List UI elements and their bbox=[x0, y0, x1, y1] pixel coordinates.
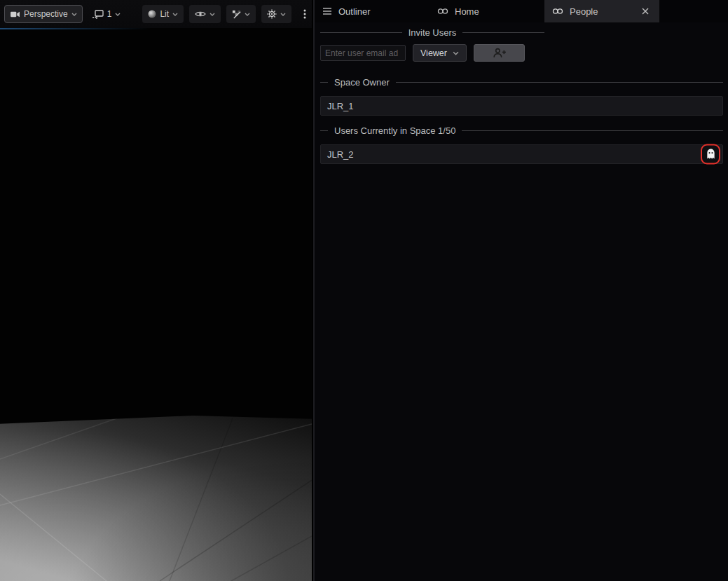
perspective-dropdown[interactable]: Perspective bbox=[4, 5, 83, 23]
view-options-dropdown[interactable] bbox=[226, 5, 256, 23]
invite-users-section: Invite Users Viewer bbox=[320, 27, 544, 62]
3d-viewport[interactable]: Perspective 1 Lit bbox=[0, 0, 312, 581]
invite-email-input[interactable] bbox=[320, 45, 406, 61]
tab-outliner[interactable]: Outliner bbox=[315, 0, 430, 22]
chevron-down-icon bbox=[115, 13, 121, 16]
ghost-mode-button[interactable] bbox=[701, 144, 720, 165]
users-in-space-title: Users Currently in Space 1/50 bbox=[334, 125, 455, 136]
camera-icon bbox=[10, 11, 20, 18]
chevron-down-icon bbox=[245, 13, 250, 16]
user-name: JLR_2 bbox=[327, 149, 354, 160]
link-icon bbox=[552, 8, 563, 15]
role-select-dropdown[interactable]: Viewer bbox=[413, 44, 467, 62]
more-options-button[interactable] bbox=[300, 5, 310, 23]
chevron-down-icon bbox=[172, 13, 178, 16]
chevron-down-icon bbox=[280, 13, 286, 16]
add-user-button[interactable] bbox=[474, 44, 525, 62]
side-panel: Outliner Home People Invite U bbox=[313, 0, 728, 581]
user-row[interactable]: JLR_2 bbox=[320, 144, 723, 164]
ghost-icon bbox=[706, 149, 716, 160]
floor-tile-seams bbox=[0, 416, 312, 581]
invite-users-header: Invite Users bbox=[320, 27, 544, 38]
perspective-label: Perspective bbox=[24, 9, 68, 19]
close-icon bbox=[642, 8, 649, 15]
people-panel-content: Invite Users Viewer bbox=[315, 22, 728, 164]
tab-label: Outliner bbox=[338, 6, 371, 17]
close-tab-button[interactable] bbox=[639, 5, 652, 18]
link-icon bbox=[437, 8, 448, 15]
tab-people[interactable]: People bbox=[544, 0, 659, 22]
settings-dropdown[interactable] bbox=[261, 5, 291, 23]
lit-mode-dropdown[interactable]: Lit bbox=[142, 5, 184, 23]
panel-tabbar: Outliner Home People bbox=[315, 0, 728, 22]
owner-row[interactable]: JLR_1 bbox=[320, 96, 723, 116]
eye-icon bbox=[195, 11, 206, 18]
owner-name: JLR_1 bbox=[327, 101, 354, 111]
viewport-layout-dropdown[interactable]: 1 bbox=[88, 5, 125, 23]
viewport-toolbar: Perspective 1 Lit bbox=[0, 0, 312, 28]
list-icon bbox=[322, 7, 332, 15]
show-visibility-dropdown[interactable] bbox=[189, 5, 221, 23]
tab-home[interactable]: Home bbox=[430, 0, 544, 22]
person-add-icon bbox=[492, 48, 507, 58]
chevron-down-icon bbox=[453, 51, 459, 55]
lit-sphere-icon bbox=[148, 10, 156, 18]
lit-label: Lit bbox=[160, 9, 169, 19]
tab-label: People bbox=[570, 6, 598, 17]
viewport-count-label: 1 bbox=[107, 9, 112, 19]
users-in-space-header: Users Currently in Space 1/50 bbox=[320, 125, 723, 136]
ellipsis-vertical-icon bbox=[303, 9, 306, 19]
invite-users-title: Invite Users bbox=[408, 27, 457, 38]
chevron-down-icon bbox=[71, 13, 77, 16]
view-flags-icon bbox=[232, 10, 241, 19]
chevron-down-icon bbox=[210, 13, 215, 16]
space-owner-title: Space Owner bbox=[334, 77, 390, 88]
space-owner-header: Space Owner bbox=[320, 77, 723, 88]
toolbar-accent-line bbox=[0, 28, 151, 29]
gear-icon bbox=[267, 9, 277, 19]
tab-label: Home bbox=[455, 6, 479, 17]
viewport-layout-icon bbox=[92, 10, 104, 19]
role-selected-label: Viewer bbox=[420, 48, 447, 58]
invite-input-row: Viewer bbox=[320, 44, 544, 62]
viewport-floor bbox=[0, 416, 312, 581]
